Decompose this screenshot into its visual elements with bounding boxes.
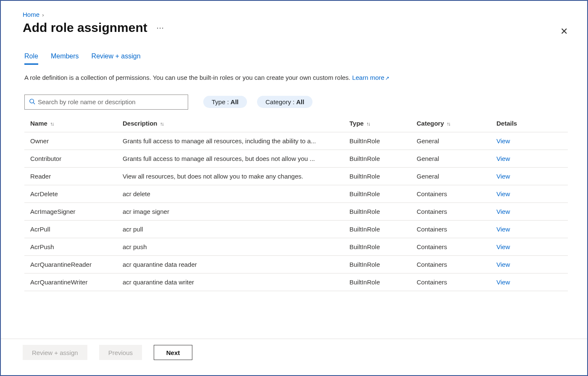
add-role-assignment-blade: Home › Add role assignment ··· ✕ Role Me… bbox=[0, 0, 588, 376]
filter-category-pill[interactable]: Category : All bbox=[257, 96, 312, 108]
cell-category: General bbox=[411, 132, 491, 150]
cell-name: Owner bbox=[24, 132, 117, 150]
review-assign-button: Review + assign bbox=[23, 345, 87, 360]
view-link[interactable]: View bbox=[496, 261, 510, 268]
tab-members[interactable]: Members bbox=[51, 51, 79, 65]
cell-name: AcrPush bbox=[24, 238, 117, 255]
cell-details: View bbox=[491, 150, 568, 167]
table-row[interactable]: AcrQuarantineWriteracr quarantine data w… bbox=[24, 273, 568, 291]
sort-icon: ↑↓ bbox=[160, 121, 163, 127]
view-link[interactable]: View bbox=[496, 155, 510, 162]
cell-name: AcrPull bbox=[24, 220, 117, 238]
cell-description: Grants full access to manage all resourc… bbox=[117, 132, 344, 150]
table-header-row: Name ↑↓ Description ↑↓ Type ↑↓ Category … bbox=[24, 115, 568, 132]
table-row[interactable]: ContributorGrants full access to manage … bbox=[24, 150, 568, 167]
cell-details: View bbox=[491, 238, 568, 255]
cell-details: View bbox=[491, 255, 568, 273]
tab-bar: Role Members Review + assign bbox=[24, 51, 568, 65]
sort-icon: ↑↓ bbox=[446, 121, 450, 127]
cell-name: Reader bbox=[24, 167, 117, 185]
table-row[interactable]: AcrPullacr pullBuiltInRoleContainersView bbox=[24, 220, 568, 238]
cell-name: AcrImageSigner bbox=[24, 202, 117, 220]
filter-category-label: Category : bbox=[265, 98, 294, 105]
view-link[interactable]: View bbox=[496, 190, 510, 197]
table-row[interactable]: AcrPushacr pushBuiltInRoleContainersView bbox=[24, 238, 568, 255]
filter-type-pill[interactable]: Type : All bbox=[203, 96, 247, 108]
sort-icon: ↑↓ bbox=[366, 121, 370, 127]
cell-name: Contributor bbox=[24, 150, 117, 167]
col-category[interactable]: Category ↑↓ bbox=[411, 115, 491, 132]
cell-type: BuiltInRole bbox=[344, 202, 411, 220]
external-link-icon: ↗ bbox=[385, 75, 389, 81]
col-type[interactable]: Type ↑↓ bbox=[344, 115, 411, 132]
cell-category: General bbox=[411, 167, 491, 185]
cell-category: General bbox=[411, 150, 491, 167]
col-name[interactable]: Name ↑↓ bbox=[24, 115, 117, 132]
cell-type: BuiltInRole bbox=[344, 220, 411, 238]
cell-type: BuiltInRole bbox=[344, 238, 411, 255]
filter-type-value: All bbox=[231, 98, 239, 105]
table-row[interactable]: AcrImageSigneracr image signerBuiltInRol… bbox=[24, 202, 568, 220]
next-button[interactable]: Next bbox=[154, 345, 192, 360]
learn-more-link[interactable]: Learn more↗ bbox=[352, 74, 389, 81]
header: Home › Add role assignment ··· ✕ bbox=[1, 1, 587, 41]
view-link[interactable]: View bbox=[496, 243, 510, 250]
col-details: Details bbox=[491, 115, 568, 132]
sort-icon: ↑↓ bbox=[50, 121, 53, 127]
cell-details: View bbox=[491, 202, 568, 220]
table-row[interactable]: AcrDeleteacr deleteBuiltInRoleContainers… bbox=[24, 185, 568, 202]
cell-type: BuiltInRole bbox=[344, 273, 411, 291]
cell-description: acr quarantine data reader bbox=[117, 255, 344, 273]
cell-name: AcrQuarantineReader bbox=[24, 255, 117, 273]
roles-table: Name ↑↓ Description ↑↓ Type ↑↓ Category … bbox=[24, 115, 568, 291]
filter-row: Type : All Category : All bbox=[24, 95, 568, 110]
close-icon[interactable]: ✕ bbox=[560, 27, 568, 36]
filter-category-value: All bbox=[296, 98, 304, 105]
cell-description: acr pull bbox=[117, 220, 344, 238]
previous-button: Previous bbox=[99, 345, 142, 360]
tab-role[interactable]: Role bbox=[24, 51, 38, 65]
cell-category: Containers bbox=[411, 202, 491, 220]
cell-description: acr quarantine data writer bbox=[117, 273, 344, 291]
view-link[interactable]: View bbox=[496, 279, 510, 286]
tab-review-assign[interactable]: Review + assign bbox=[92, 51, 141, 65]
more-actions-button[interactable]: ··· bbox=[157, 24, 164, 32]
page-title: Add role assignment bbox=[23, 21, 147, 35]
footer-bar: Review + assign Previous Next bbox=[1, 339, 587, 368]
cell-name: AcrDelete bbox=[24, 185, 117, 202]
cell-type: BuiltInRole bbox=[344, 255, 411, 273]
search-box[interactable] bbox=[24, 95, 188, 110]
cell-name: AcrQuarantineWriter bbox=[24, 273, 117, 291]
search-input[interactable] bbox=[38, 98, 184, 105]
cell-details: View bbox=[491, 167, 568, 185]
cell-category: Containers bbox=[411, 255, 491, 273]
table-row[interactable]: OwnerGrants full access to manage all re… bbox=[24, 132, 568, 150]
chevron-right-icon: › bbox=[42, 12, 44, 18]
breadcrumb: Home › bbox=[23, 11, 570, 18]
cell-type: BuiltInRole bbox=[344, 167, 411, 185]
cell-details: View bbox=[491, 185, 568, 202]
cell-description: Grants full access to manage all resourc… bbox=[117, 150, 344, 167]
view-link[interactable]: View bbox=[496, 137, 510, 145]
content-scroll[interactable]: Role Members Review + assign A role defi… bbox=[1, 41, 587, 339]
breadcrumb-home-link[interactable]: Home bbox=[23, 11, 39, 18]
table-row[interactable]: ReaderView all resources, but does not a… bbox=[24, 167, 568, 185]
cell-category: Containers bbox=[411, 273, 491, 291]
cell-category: Containers bbox=[411, 238, 491, 255]
cell-description: acr delete bbox=[117, 185, 344, 202]
filter-type-label: Type : bbox=[212, 98, 229, 105]
view-link[interactable]: View bbox=[496, 208, 510, 215]
col-description[interactable]: Description ↑↓ bbox=[117, 115, 344, 132]
cell-details: View bbox=[491, 273, 568, 291]
view-link[interactable]: View bbox=[496, 226, 510, 233]
intro-text-body: A role definition is a collection of per… bbox=[24, 74, 352, 81]
cell-type: BuiltInRole bbox=[344, 185, 411, 202]
search-icon bbox=[29, 98, 35, 106]
cell-type: BuiltInRole bbox=[344, 132, 411, 150]
table-row[interactable]: AcrQuarantineReaderacr quarantine data r… bbox=[24, 255, 568, 273]
cell-type: BuiltInRole bbox=[344, 150, 411, 167]
intro-text: A role definition is a collection of per… bbox=[24, 73, 402, 83]
horizontal-scrollbar[interactable] bbox=[1, 368, 587, 375]
cell-details: View bbox=[491, 132, 568, 150]
view-link[interactable]: View bbox=[496, 173, 510, 180]
